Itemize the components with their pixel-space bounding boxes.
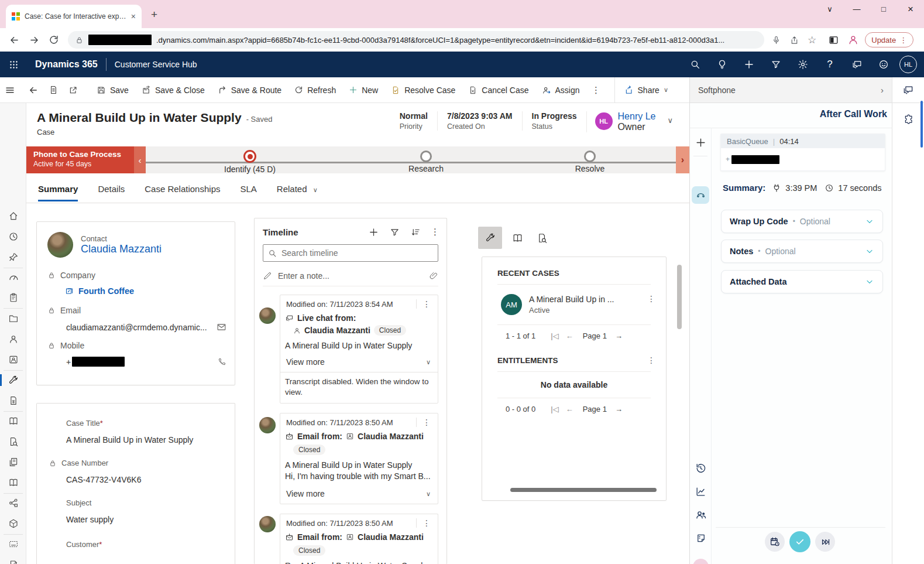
entry-subject[interactable]: A Mineral Build Up in Water Supply — [280, 455, 438, 470]
accordion-chevron-icon[interactable] — [865, 247, 874, 256]
analytics-chart-icon[interactable] — [690, 483, 712, 500]
save-button[interactable]: Save — [90, 77, 135, 103]
recent-case-title[interactable]: A Mineral Build Up in ... — [529, 295, 614, 304]
entry-kebab-icon[interactable]: ⋮ — [416, 418, 433, 427]
conversations-icon[interactable] — [892, 77, 924, 103]
knowledge-articles-icon[interactable] — [0, 412, 26, 430]
company-link[interactable]: Fourth Coffee — [78, 286, 134, 296]
recent-clock-icon[interactable] — [0, 228, 26, 245]
complete-acw-button[interactable] — [789, 531, 810, 552]
form-list-icon[interactable] — [43, 77, 63, 103]
notes-icon[interactable] — [690, 529, 712, 547]
send-email-icon[interactable] — [217, 322, 226, 332]
first-page-icon[interactable]: |◁ — [551, 405, 558, 413]
puzzle-plugin-icon[interactable] — [903, 114, 915, 125]
tab-summary[interactable]: Summary — [38, 177, 78, 201]
tab-sla[interactable]: SLA — [240, 177, 256, 201]
cases-wrench-icon[interactable] — [0, 371, 26, 389]
widget-tab-knowledge[interactable] — [506, 227, 528, 249]
agent-presence-avatar[interactable]: HL — [693, 559, 709, 564]
add-session-plus-icon[interactable] — [690, 134, 712, 151]
timeline-kebab-icon[interactable]: ⋮ — [431, 227, 439, 237]
timeline-sort-icon[interactable] — [411, 227, 421, 237]
knowledge-search-icon[interactable] — [0, 433, 26, 450]
header-expand-chevron-icon[interactable]: ∨ — [667, 116, 673, 125]
contacts-people-icon[interactable] — [690, 506, 712, 524]
pinned-icon[interactable] — [0, 248, 26, 266]
widget-tab-recent-cases[interactable] — [478, 227, 502, 249]
refresh-button[interactable]: Refresh — [288, 77, 342, 103]
case-title-value[interactable]: A Mineral Build Up in Water Supply — [37, 428, 235, 445]
recent-case-item[interactable]: AM A Mineral Build Up in ... Active ⋮ — [482, 285, 666, 315]
pane-scrollbar[interactable] — [920, 101, 923, 148]
bpf-stage-resolve[interactable]: Resolve — [543, 150, 637, 173]
timeline-search-box[interactable] — [263, 244, 438, 262]
split-screen-icon[interactable] — [828, 35, 839, 46]
entry-subject[interactable]: Re: A Mineral Build Up in Water Supply — [280, 556, 438, 564]
entry-from[interactable]: Claudia Mazzanti — [358, 432, 424, 441]
active-call-phone-icon[interactable] — [692, 186, 709, 204]
view-more-toggle[interactable]: View more ∨ — [280, 486, 438, 504]
waffle-icon[interactable] — [0, 52, 27, 77]
save-and-route-button[interactable]: Save & Route — [211, 77, 288, 103]
browser-menu-kebab-icon[interactable]: ⋮ — [899, 36, 907, 45]
recent-case-kebab-icon[interactable]: ⋮ — [647, 294, 655, 303]
bpf-next-stage-chevron-icon[interactable]: › — [676, 146, 689, 173]
search-icon[interactable] — [682, 52, 709, 77]
timeline-entry-livechat[interactable]: Modified on: 7/11/2023 8:54 AM ⋮ Live ch… — [280, 295, 438, 404]
tab-related[interactable]: Related ∨ — [277, 177, 318, 201]
quick-create-plus-icon[interactable] — [736, 52, 762, 77]
call-phone-icon[interactable] — [217, 357, 226, 367]
dynamics-brand[interactable]: Dynamics 365 — [35, 59, 98, 70]
accordion-chevron-icon[interactable] — [865, 217, 874, 226]
history-icon[interactable] — [690, 459, 712, 477]
timeline-entry-email-2[interactable]: Modified on: 7/11/2023 8:50 AM ⋮ Email f… — [280, 514, 438, 564]
prev-page-icon[interactable]: ← — [566, 331, 573, 340]
filter-icon[interactable] — [762, 52, 789, 77]
skip-acw-button[interactable] — [815, 532, 835, 552]
app-name[interactable]: Customer Service Hub — [115, 60, 197, 69]
social-profiles-icon[interactable] — [0, 351, 26, 368]
lightbulb-icon[interactable] — [709, 52, 736, 77]
notes-accordion[interactable]: Notes • Optional — [721, 240, 883, 263]
bpf-stage-research[interactable]: Research — [379, 150, 473, 173]
mailboxes-icon[interactable] — [0, 535, 26, 553]
tab-details[interactable]: Details — [98, 177, 125, 201]
owner-field[interactable]: HL Henry Le Owner — [586, 111, 664, 132]
first-page-icon[interactable]: |◁ — [551, 331, 558, 340]
share-button[interactable]: Share ∨ — [614, 77, 678, 103]
owner-value[interactable]: Henry Le — [618, 111, 656, 122]
window-maximize-button[interactable]: □ — [870, 0, 897, 18]
view-more-toggle[interactable]: View more ∨ — [280, 354, 438, 372]
timeline-search-input[interactable] — [281, 248, 433, 258]
vertical-scrollbar[interactable] — [677, 265, 682, 329]
home-icon[interactable] — [0, 207, 26, 225]
softphone-collapse-chevron-icon[interactable]: › — [881, 85, 884, 95]
next-page-icon[interactable]: → — [615, 331, 623, 340]
entry-from[interactable]: Claudia Mazzanti — [304, 326, 370, 335]
open-in-new-window-icon[interactable] — [63, 77, 83, 103]
microphone-icon[interactable] — [771, 35, 781, 45]
teams-chat-icon[interactable] — [843, 52, 870, 77]
user-avatar[interactable]: HL — [899, 56, 917, 73]
new-tab-button[interactable]: + — [151, 8, 157, 21]
bpf-stage-dot[interactable] — [420, 151, 432, 162]
next-page-icon[interactable]: → — [615, 405, 623, 413]
dashboards-icon[interactable] — [0, 268, 26, 286]
window-menu-icon[interactable]: ∨ — [816, 0, 843, 18]
accordion-chevron-icon[interactable] — [865, 277, 874, 286]
templates-icon[interactable] — [0, 453, 26, 471]
attached-data-accordion[interactable]: Attached Data — [721, 270, 883, 293]
activities-icon[interactable] — [0, 289, 26, 306]
products-icon[interactable] — [0, 515, 26, 532]
browser-forward-icon[interactable] — [28, 34, 40, 46]
widget-tab-article-search[interactable] — [531, 227, 553, 249]
assign-button[interactable]: Assign — [535, 77, 586, 103]
contact-name-link[interactable]: Claudia Mazzanti — [81, 243, 162, 255]
prev-page-icon[interactable]: ← — [566, 405, 573, 413]
timeline-add-icon[interactable] — [369, 227, 379, 237]
wrap-up-code-accordion[interactable]: Wrap Up Code • Optional — [721, 210, 883, 233]
tab-case-relationships[interactable]: Case Relationships — [145, 177, 220, 201]
subject-value[interactable]: Water supply — [37, 507, 235, 524]
bookmark-star-icon[interactable]: ☆ — [808, 34, 816, 46]
